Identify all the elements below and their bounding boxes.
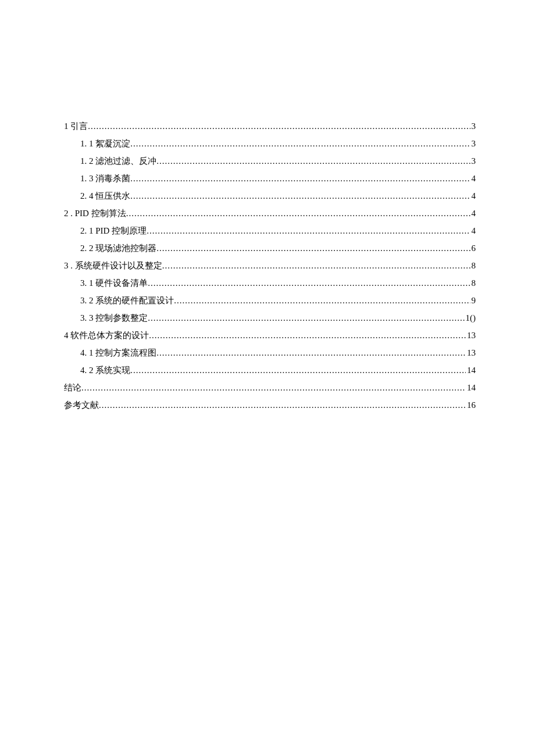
toc-page-number: 1() — [465, 309, 476, 327]
toc-leader-dots — [156, 239, 470, 257]
toc-label: 2 . PID 控制算法 — [64, 205, 126, 222]
toc-label: 3. 1 硬件设备清单 — [80, 274, 148, 292]
toc-row: 参考文献 16 — [64, 396, 476, 414]
toc-label: 3. 2 系统的硬件配置设计 — [80, 292, 174, 309]
toc-leader-dots — [130, 170, 470, 187]
toc-page-number: 14 — [466, 361, 476, 379]
toc-page-number: 13 — [466, 327, 476, 344]
toc-leader-dots — [156, 152, 470, 170]
toc-page-number: 4 — [470, 222, 476, 239]
toc-page-number: 3 — [470, 117, 476, 135]
toc-leader-dots — [130, 187, 470, 205]
toc-page-number: 14 — [466, 379, 476, 396]
toc-row: 结论 14 — [64, 379, 476, 396]
toc-leader-dots — [148, 274, 470, 292]
toc-leader-dots — [88, 117, 470, 135]
toc-leader-dots — [162, 257, 470, 274]
toc-label: 参考文献 — [64, 396, 99, 414]
toc-row: 2 . PID 控制算法4 — [64, 205, 476, 222]
toc-row: 4. 1 控制方案流程图 13 — [64, 344, 476, 361]
toc-page-number: 13 — [466, 344, 476, 361]
toc-leader-dots — [81, 379, 466, 396]
toc-label: 1. 3 消毒杀菌 — [80, 170, 130, 187]
toc-row: 4 软件总体方案的设计13 — [64, 327, 476, 344]
toc-leader-dots — [156, 344, 466, 361]
toc-row: 1. 3 消毒杀菌4 — [64, 170, 476, 187]
toc-row: 3. 1 硬件设备清单 8 — [64, 274, 476, 292]
toc-page-number: 4 — [470, 187, 476, 205]
toc-page-number: 4 — [470, 170, 476, 187]
toc-leader-dots — [149, 327, 466, 344]
toc-page-number: 8 — [470, 257, 476, 274]
toc-page-number: 9 — [470, 292, 476, 309]
toc-label: 4 软件总体方案的设计 — [64, 327, 149, 344]
toc-page-number: 3 — [470, 152, 476, 170]
toc-page-number: 4 — [470, 205, 476, 222]
toc-label: 4. 2 系统实现 — [80, 361, 130, 379]
toc-label: 2. 2 现场滤池控制器 — [80, 239, 156, 257]
toc-label: 2. 1 PID 控制原理 — [80, 222, 147, 239]
toc-leader-dots — [148, 309, 464, 327]
toc-page-number: 16 — [466, 396, 476, 414]
toc-leader-dots — [130, 135, 470, 152]
toc-page-number: 8 — [470, 274, 476, 292]
toc-leader-dots — [126, 205, 470, 222]
toc-row: 1. 1 絮凝沉淀3 — [64, 135, 476, 152]
toc-leader-dots — [147, 222, 470, 239]
toc-label: 2. 4 恒压供水 — [80, 187, 130, 205]
toc-row: 2. 1 PID 控制原理4 — [64, 222, 476, 239]
toc-label: 1. 2 滤池过滤、反冲 — [80, 152, 156, 170]
table-of-contents: 1 引言31. 1 絮凝沉淀31. 2 滤池过滤、反冲31. 3 消毒杀菌42.… — [64, 117, 476, 414]
toc-page-number: 6 — [470, 239, 476, 257]
toc-label: 3 . 系统硬件设计以及整定 — [64, 257, 162, 274]
toc-row: 3 . 系统硬件设计以及整定8 — [64, 257, 476, 274]
toc-row: 4. 2 系统实现14 — [64, 361, 476, 379]
toc-label: 4. 1 控制方案流程图 — [80, 344, 156, 361]
toc-label: 3. 3 控制参数整定 — [80, 309, 148, 327]
toc-row: 3. 3 控制参数整定 1() — [64, 309, 476, 327]
page: 1 引言31. 1 絮凝沉淀31. 2 滤池过滤、反冲31. 3 消毒杀菌42.… — [0, 0, 535, 756]
toc-page-number: 3 — [470, 135, 476, 152]
toc-leader-dots — [130, 361, 466, 379]
toc-row: 2. 4 恒压供水4 — [64, 187, 476, 205]
toc-row: 1 引言3 — [64, 117, 476, 135]
toc-label: 结论 — [64, 379, 81, 396]
toc-label: 1 引言 — [64, 117, 88, 135]
toc-row: 3. 2 系统的硬件配置设计9 — [64, 292, 476, 309]
toc-row: 2. 2 现场滤池控制器6 — [64, 239, 476, 257]
toc-leader-dots — [174, 292, 470, 309]
toc-row: 1. 2 滤池过滤、反冲3 — [64, 152, 476, 170]
toc-leader-dots — [99, 396, 466, 414]
toc-label: 1. 1 絮凝沉淀 — [80, 135, 130, 152]
